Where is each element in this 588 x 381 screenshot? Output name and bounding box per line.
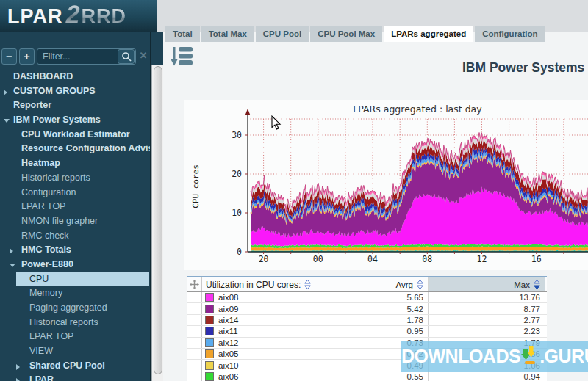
sidebar-item-label: HMC Totals — [21, 243, 71, 258]
x-tick-label: 20 — [259, 254, 269, 264]
sidebar-item-view[interactable]: VIEW — [0, 344, 151, 359]
sidebar-scrollbar[interactable] — [151, 65, 163, 381]
table-drag-handle[interactable] — [187, 277, 202, 291]
max-value: 13.76 — [429, 292, 545, 302]
sidebar-item-memory[interactable]: Memory — [0, 286, 151, 301]
sidebar-item-heatmap[interactable]: Heatmap — [0, 156, 151, 171]
table-row-aix09[interactable]: aix095.428.77 — [187, 303, 547, 314]
sidebar-item-ibm-power-systems[interactable]: IBM Power Systems — [0, 113, 151, 128]
sidebar-item-label: Power-E880 — [21, 258, 74, 272]
avrg-value: 1.78 — [315, 315, 429, 325]
sidebar-item-label: Heatmap — [21, 156, 60, 171]
tab-total[interactable]: Total — [165, 26, 200, 42]
tab-lpars-aggregated[interactable]: LPARs aggregated — [384, 26, 473, 42]
sidebar-item-rmc-check[interactable]: RMC check — [0, 229, 151, 244]
row-spacer — [187, 338, 202, 348]
column-header-label: Avrg — [396, 280, 413, 289]
sidebar-scrollbar-thumb[interactable] — [154, 66, 162, 374]
row-spacer — [187, 303, 202, 313]
hide-menu-button[interactable] — [171, 45, 194, 68]
color-swatch — [205, 349, 214, 358]
sidebar-nav: DASHBOARDCUSTOM GROUPSReporterIBM Power … — [0, 70, 151, 381]
color-swatch — [205, 372, 214, 381]
sidebar-item-label: Historical reports — [29, 316, 98, 330]
search-button[interactable] — [118, 49, 135, 64]
table-row-aix11[interactable]: aix110.952.23 — [187, 326, 547, 337]
sidebar-item-label: CPU — [29, 272, 49, 287]
chevron-right-icon[interactable] — [10, 248, 13, 254]
move-icon[interactable] — [190, 280, 199, 289]
table-row-aix14[interactable]: aix141.782.77 — [187, 315, 547, 326]
row-spacer — [187, 315, 202, 325]
sidebar-item-label: VIEW — [29, 344, 53, 359]
sidebar-item-label: LPAR TOP — [21, 200, 65, 214]
sidebar-item-dashboard[interactable]: DASHBOARD — [0, 70, 151, 84]
sidebar-item-shared-cpu-pool[interactable]: Shared CPU Pool — [0, 359, 151, 374]
sidebar-item-reporter[interactable]: Reporter — [0, 98, 151, 113]
sidebar-item-power-e880[interactable]: Power-E880 — [0, 258, 151, 272]
filter-clear-button[interactable]: ✕ — [138, 50, 148, 62]
column-header-utilization[interactable]: Utilization in CPU cores: — [202, 277, 315, 291]
sidebar-item-lpar[interactable]: LPAR — [0, 373, 151, 381]
download-icon — [521, 346, 539, 366]
watermark-banner: DOWNLOADS .GURU — [401, 341, 588, 372]
x-tick-label: 00 — [313, 254, 323, 264]
sidebar-item-label: CUSTOM GROUPS — [13, 84, 96, 99]
sidebar-item-nmon-file-grapher[interactable]: NMON file grapher — [0, 214, 151, 229]
color-swatch — [205, 338, 214, 347]
y-tick-label: 30 — [232, 130, 242, 140]
sidebar-item-label: Configuration — [21, 186, 76, 200]
x-tick-label: 04 — [368, 254, 378, 264]
sidebar-item-configuration[interactable]: Configuration — [0, 186, 151, 200]
table-row-aix08[interactable]: aix085.6513.76 — [187, 292, 547, 303]
color-swatch — [205, 305, 214, 313]
sidebar-item-custom-groups[interactable]: CUSTOM GROUPS — [0, 84, 151, 99]
sidebar-item-lpar-top[interactable]: LPAR TOP — [0, 330, 151, 344]
sidebar-item-label: NMON file grapher — [21, 214, 98, 229]
lpar2rrd-logo: LPAR2RRD — [0, 0, 157, 32]
row-spacer — [187, 371, 202, 381]
sidebar-item-resource-configuration-advisor[interactable]: Resource Configuration Advisor — [0, 142, 151, 156]
tree-expand-all-button[interactable]: + — [19, 48, 35, 65]
chevron-right-icon[interactable] — [16, 378, 20, 381]
tab-total-max[interactable]: Total Max — [201, 26, 254, 42]
sidebar-item-label: DASHBOARD — [13, 70, 73, 84]
sidebar-item-label: Memory — [29, 286, 62, 301]
logo-text-rrd: RRD — [81, 5, 126, 28]
chevron-down-icon[interactable] — [4, 119, 10, 123]
lpar-name-cell: aix14 — [202, 315, 315, 325]
chevron-down-icon[interactable] — [10, 264, 15, 267]
sidebar-item-paging-aggregated[interactable]: Paging aggregated — [0, 301, 151, 316]
max-value: 8.77 — [429, 303, 545, 313]
tab-cpu-pool[interactable]: CPU Pool — [256, 26, 309, 42]
sort-icon[interactable] — [417, 280, 423, 289]
lpar-name: aix08 — [218, 293, 239, 302]
tree-collapse-all-button[interactable]: − — [1, 48, 17, 65]
lpar-name-cell: aix12 — [202, 338, 315, 348]
sidebar-item-label: Reporter — [13, 98, 51, 113]
sidebar-item-historical-reports[interactable]: Historical reports — [0, 171, 151, 186]
table-row-aix06[interactable]: aix060.550.94 — [187, 371, 547, 381]
max-value: 0.94 — [429, 371, 545, 381]
chevron-right-icon[interactable] — [16, 364, 20, 370]
avrg-value: 5.65 — [315, 292, 429, 302]
lpar-name: aix14 — [218, 316, 239, 324]
tab-configuration[interactable]: Configuration — [475, 26, 545, 42]
sidebar-item-cpu[interactable]: CPU — [0, 272, 151, 287]
chart-areas — [251, 133, 588, 253]
sidebar-item-hmc-totals[interactable]: HMC Totals — [0, 243, 151, 258]
max-value: 2.77 — [429, 315, 545, 325]
chevron-right-icon[interactable] — [4, 90, 7, 95]
sidebar-item-label: Historical reports — [21, 171, 90, 186]
sidebar-item-cpu-workload-estimator[interactable]: CPU Workload Estimator — [0, 128, 151, 142]
column-header-avrg[interactable]: Avrg — [315, 277, 429, 291]
sidebar-item-lpar-top[interactable]: LPAR TOP — [0, 200, 151, 214]
column-header-max[interactable]: Max — [429, 277, 545, 291]
sort-icon[interactable] — [304, 280, 311, 289]
sidebar-item-label: Paging aggregated — [29, 301, 107, 316]
sort-icon[interactable] — [534, 280, 540, 289]
tab-cpu-pool-max[interactable]: CPU Pool Max — [310, 26, 382, 42]
sidebar-item-historical-reports[interactable]: Historical reports — [0, 316, 151, 330]
collapse-menu-icon — [171, 45, 194, 68]
x-tick-label: 12 — [477, 254, 487, 264]
